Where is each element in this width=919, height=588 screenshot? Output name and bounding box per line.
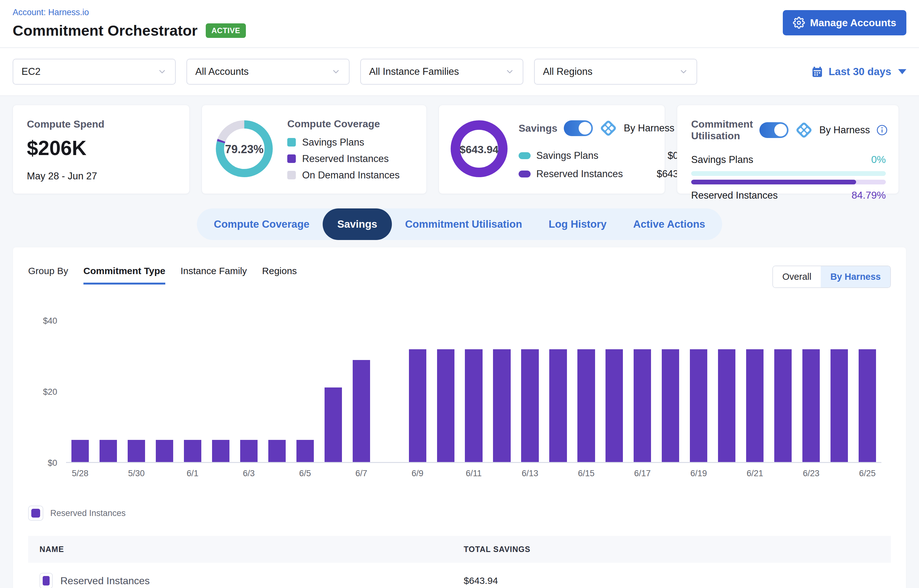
- savings-plans-progress-bar: [691, 171, 886, 176]
- tab-active-actions[interactable]: Active Actions: [620, 208, 718, 240]
- bar[interactable]: [268, 440, 286, 462]
- legend-swatch: [287, 171, 296, 179]
- chevron-down-icon: [505, 67, 514, 76]
- savings-row-label: Savings Plans: [536, 150, 662, 162]
- tab-log-history[interactable]: Log History: [535, 208, 620, 240]
- bar[interactable]: [690, 349, 707, 462]
- savings-title: Savings: [519, 123, 558, 134]
- tab-commitment-utilisation[interactable]: Commitment Utilisation: [392, 208, 535, 240]
- chevron-down-icon: [157, 67, 167, 76]
- harness-logo: [599, 119, 618, 137]
- bar[interactable]: [774, 349, 792, 462]
- util-savings-plans-value: 0%: [871, 154, 886, 165]
- bar[interactable]: [746, 349, 763, 462]
- service-select[interactable]: EC2: [13, 59, 176, 85]
- service-select-value: EC2: [21, 66, 41, 78]
- bar[interactable]: [353, 360, 370, 462]
- view-toggle-overall[interactable]: Overall: [773, 266, 821, 288]
- x-axis-label: [432, 468, 460, 478]
- bar[interactable]: [240, 440, 258, 462]
- view-toggle-by-harness[interactable]: By Harness: [821, 266, 890, 288]
- legend-item-label: On Demand Instances: [302, 170, 399, 181]
- legend-swatch: [287, 138, 296, 147]
- bar[interactable]: [184, 440, 201, 462]
- compute-spend-period: May 28 - Jun 27: [27, 171, 175, 182]
- by-harness-toggle[interactable]: [759, 122, 788, 138]
- bar-slot: [684, 321, 713, 462]
- legend-swatch-chip[interactable]: [28, 506, 43, 521]
- legend-item-label: Reserved Instances: [302, 153, 389, 165]
- bar[interactable]: [212, 440, 229, 462]
- group-by-commitment-type[interactable]: Commitment Type: [83, 266, 165, 284]
- regions-select[interactable]: All Regions: [534, 59, 697, 85]
- table-header: NAME TOTAL SAVINGS: [28, 536, 891, 563]
- y-axis-tick: $0: [48, 458, 57, 468]
- x-axis-label: 6/5: [291, 468, 319, 478]
- page-header: Account: Harness.io Commitment Orchestra…: [0, 0, 919, 48]
- column-header-total-savings: TOTAL SAVINGS: [464, 545, 880, 554]
- compute-spend-value: $206K: [27, 136, 175, 160]
- x-axis-label: [376, 468, 404, 478]
- bar[interactable]: [71, 440, 89, 462]
- savings-legend-row: Reserved Instances$643.94: [519, 168, 692, 180]
- chart-y-axis: $0$20$40: [28, 321, 66, 463]
- bar[interactable]: [634, 349, 651, 462]
- x-axis-label: 6/21: [741, 468, 769, 478]
- table-row[interactable]: Reserved Instances$643.94: [28, 563, 891, 588]
- bar[interactable]: [100, 440, 117, 462]
- bar[interactable]: [830, 349, 848, 462]
- bar[interactable]: [802, 349, 820, 462]
- bar[interactable]: [128, 440, 145, 462]
- bar[interactable]: [549, 349, 567, 462]
- bar[interactable]: [577, 349, 595, 462]
- accounts-select[interactable]: All Accounts: [186, 59, 350, 85]
- toggle-knob: [774, 124, 787, 136]
- x-axis-label: [151, 468, 178, 478]
- util-reserved-instances-value: 84.79%: [851, 189, 886, 201]
- info-icon[interactable]: [876, 124, 888, 136]
- date-range-picker[interactable]: Last 30 days: [811, 65, 906, 78]
- bar[interactable]: [718, 349, 735, 462]
- savings-panel: Group By Commitment Type Instance Family…: [13, 247, 906, 588]
- regions-select-value: All Regions: [543, 66, 593, 78]
- bar[interactable]: [606, 349, 623, 462]
- bar[interactable]: [409, 349, 426, 462]
- util-reserved-instances-label: Reserved Instances: [691, 190, 778, 201]
- manage-accounts-button[interactable]: Manage Accounts: [783, 10, 906, 36]
- instance-families-select[interactable]: All Instance Families: [360, 59, 524, 85]
- x-axis-label: 6/23: [797, 468, 825, 478]
- bar[interactable]: [859, 349, 876, 462]
- tab-compute-coverage[interactable]: Compute Coverage: [201, 208, 323, 240]
- accounts-select-value: All Accounts: [195, 66, 249, 78]
- bar-slot: [797, 321, 825, 462]
- bar-slot: [263, 321, 291, 462]
- reserved-instances-swatch: [31, 509, 40, 518]
- bar[interactable]: [297, 440, 314, 462]
- tab-savings[interactable]: Savings: [323, 208, 392, 240]
- chevron-down-icon: [679, 67, 688, 76]
- x-axis-label: [488, 468, 516, 478]
- bar[interactable]: [521, 349, 538, 462]
- bar[interactable]: [662, 349, 679, 462]
- x-axis-label: 6/7: [347, 468, 376, 478]
- bar[interactable]: [437, 349, 454, 462]
- group-by-instance-family[interactable]: Instance Family: [180, 266, 247, 283]
- x-axis-label: 6/9: [404, 468, 432, 478]
- bar-slot: [151, 321, 178, 462]
- group-by-regions[interactable]: Regions: [262, 266, 297, 283]
- bar[interactable]: [493, 349, 511, 462]
- bar-slot: [319, 321, 347, 462]
- x-axis-label: 6/17: [628, 468, 656, 478]
- bar[interactable]: [324, 388, 342, 462]
- gear-icon: [793, 17, 805, 29]
- account-link[interactable]: Account: Harness.io: [13, 8, 89, 17]
- status-badge: ACTIVE: [206, 23, 246, 38]
- x-axis-label: 6/13: [516, 468, 544, 478]
- by-harness-label: By Harness: [819, 124, 870, 136]
- bar-slot: [825, 321, 853, 462]
- section-tabs: Compute Coverage Savings Commitment Util…: [197, 208, 723, 240]
- by-harness-toggle[interactable]: [564, 120, 593, 136]
- bar[interactable]: [465, 349, 482, 462]
- bar[interactable]: [156, 440, 173, 462]
- bar-slot: [769, 321, 797, 462]
